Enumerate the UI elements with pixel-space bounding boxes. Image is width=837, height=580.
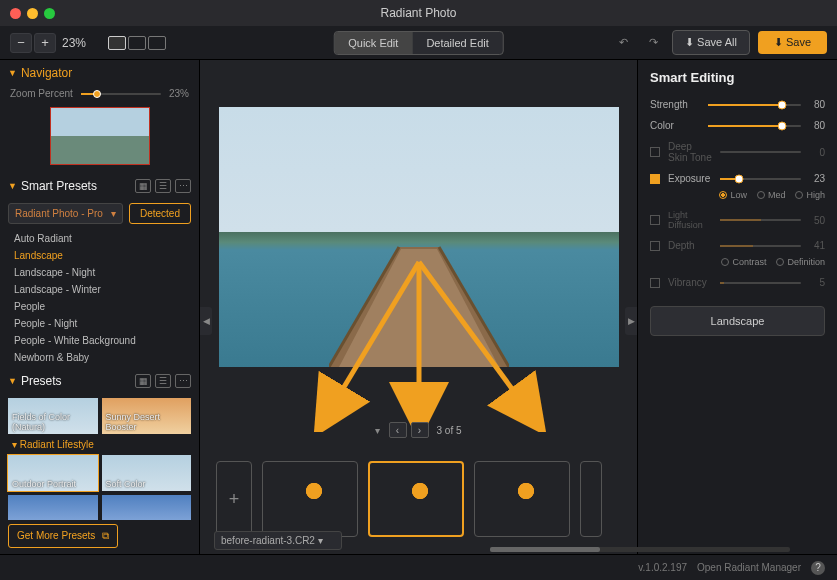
navigator-title: Navigator: [21, 66, 72, 80]
get-more-presets-button[interactable]: Get More Presets⧉: [8, 524, 118, 548]
zoom-out-button[interactable]: −: [10, 33, 32, 53]
exposure-med-radio[interactable]: Med: [757, 190, 786, 200]
color-label: Color: [650, 120, 702, 131]
depth-contrast-radio[interactable]: Contrast: [721, 257, 766, 267]
preset-item[interactable]: Auto Radiant: [0, 230, 199, 247]
window-maximize-icon[interactable]: [44, 8, 55, 19]
chevron-down-icon[interactable]: ▾: [375, 425, 380, 436]
filmstrip-nav: ▾ ‹ › 3 of 5: [375, 422, 461, 438]
left-sidebar: ▼Navigator Zoom Percent 23% ▼Smart Prese…: [0, 60, 200, 554]
tab-quick-edit[interactable]: Quick Edit: [334, 32, 412, 54]
save-all-button[interactable]: ⬇ Save All: [672, 30, 750, 55]
layout-split-icon[interactable]: [128, 36, 146, 50]
undo-button[interactable]: ↶: [612, 32, 634, 54]
navigator-thumbnail[interactable]: [50, 107, 150, 165]
redo-button[interactable]: ↷: [642, 32, 664, 54]
titlebar: Radiant Photo: [0, 0, 837, 26]
strength-label: Strength: [650, 99, 702, 110]
add-image-button[interactable]: +: [216, 461, 252, 537]
filmstrip-position: 3 of 5: [436, 425, 461, 436]
zoom-slider[interactable]: [81, 93, 161, 95]
filmstrip-tile[interactable]: [580, 461, 602, 537]
preset-card[interactable]: Soft Color: [102, 455, 192, 491]
toolbar: − + 23% Quick Edit Detailed Edit ↶ ↷ ⬇ S…: [0, 26, 837, 60]
vibrancy-label: Vibrancy: [668, 277, 714, 288]
preset-card[interactable]: Sunny Desert Booster: [102, 398, 192, 434]
preset-item[interactable]: People: [0, 298, 199, 315]
light-diffusion-checkbox[interactable]: [650, 215, 660, 225]
filmstrip-tile[interactable]: [368, 461, 464, 537]
exposure-high-radio[interactable]: High: [795, 190, 825, 200]
layout-single-icon[interactable]: [108, 36, 126, 50]
filmstrip-scrollbar[interactable]: [490, 547, 790, 552]
exposure-slider[interactable]: [720, 178, 801, 180]
deep-skin-checkbox[interactable]: [650, 147, 660, 157]
pier-graphic: [329, 227, 509, 367]
preset-item[interactable]: Landscape - Night: [0, 264, 199, 281]
list-view-icon[interactable]: ☰: [155, 179, 171, 193]
more-icon[interactable]: ⋯: [175, 179, 191, 193]
prev-image-button[interactable]: ‹: [388, 422, 406, 438]
color-slider[interactable]: [708, 125, 801, 127]
zoom-percent-label: Zoom Percent: [10, 88, 73, 99]
chevron-down-icon[interactable]: ▼: [8, 68, 17, 78]
grid-view-icon[interactable]: ▦: [135, 179, 151, 193]
smart-presets-title: Smart Presets: [21, 179, 97, 193]
preset-item[interactable]: Newborn & Baby: [0, 349, 199, 366]
landscape-button[interactable]: Landscape: [650, 306, 825, 336]
smart-editing-title: Smart Editing: [650, 70, 825, 85]
depth-definition-radio[interactable]: Definition: [776, 257, 825, 267]
preset-item[interactable]: People - White Background: [0, 332, 199, 349]
more-icon[interactable]: ⋯: [175, 374, 191, 388]
save-button[interactable]: ⬇ Save: [758, 31, 827, 54]
chevron-down-icon: ▾: [111, 208, 116, 219]
preset-card[interactable]: [8, 495, 98, 520]
zoom-in-button[interactable]: +: [34, 33, 56, 53]
deep-skin-slider[interactable]: [720, 151, 801, 153]
layout-crop-icon[interactable]: [148, 36, 166, 50]
grid-view-icon[interactable]: ▦: [135, 374, 151, 388]
preset-item[interactable]: People - Night: [0, 315, 199, 332]
chevron-down-icon[interactable]: ▼: [8, 181, 17, 191]
zoom-value: 23%: [62, 36, 86, 50]
preset-dropdown[interactable]: Radiant Photo - Pro▾: [8, 203, 123, 224]
window-minimize-icon[interactable]: [27, 8, 38, 19]
edit-mode-tabs: Quick Edit Detailed Edit: [333, 31, 504, 55]
window-close-icon[interactable]: [10, 8, 21, 19]
preset-card[interactable]: Fields of Color (Natura): [8, 398, 98, 434]
chevron-down-icon[interactable]: ▼: [8, 376, 17, 386]
help-icon[interactable]: ?: [811, 561, 825, 575]
list-view-icon[interactable]: ☰: [155, 374, 171, 388]
depth-slider[interactable]: [720, 245, 801, 247]
preset-item[interactable]: Landscape: [0, 247, 199, 264]
presets-title: Presets: [21, 374, 62, 388]
main-photo[interactable]: [219, 107, 619, 367]
right-sidebar: Smart Editing Strength80 Color80 Deep Sk…: [637, 60, 837, 554]
detected-button[interactable]: Detected: [129, 203, 191, 224]
exposure-checkbox[interactable]: [650, 174, 660, 184]
preset-card[interactable]: Outdoor Portrait: [8, 455, 98, 491]
preset-card[interactable]: [102, 495, 192, 520]
lifestyle-header[interactable]: ▾ Radiant Lifestyle: [8, 438, 191, 451]
preset-item[interactable]: Landscape - Winter: [0, 281, 199, 298]
filmstrip-tile[interactable]: [262, 461, 358, 537]
depth-checkbox[interactable]: [650, 241, 660, 251]
file-dropdown[interactable]: before-radiant-3.CR2 ▾: [214, 531, 342, 550]
deep-skin-label: Deep Skin Tone: [668, 141, 714, 163]
version-label: v.1.0.2.197: [638, 562, 687, 573]
tab-detailed-edit[interactable]: Detailed Edit: [412, 32, 502, 54]
exposure-label: Exposure: [668, 173, 714, 184]
next-image-button[interactable]: ›: [410, 422, 428, 438]
statusbar: v.1.0.2.197 Open Radiant Manager ?: [0, 554, 837, 580]
vibrancy-checkbox[interactable]: [650, 278, 660, 288]
exposure-low-radio[interactable]: Low: [719, 190, 747, 200]
depth-label: Depth: [668, 240, 714, 251]
app-title: Radiant Photo: [380, 6, 456, 20]
external-link-icon: ⧉: [102, 530, 109, 542]
light-diffusion-slider[interactable]: [720, 219, 801, 221]
filmstrip-tile[interactable]: [474, 461, 570, 537]
light-diffusion-label: Light Diffusion: [668, 210, 714, 230]
strength-slider[interactable]: [708, 104, 801, 106]
open-manager-link[interactable]: Open Radiant Manager: [697, 562, 801, 573]
vibrancy-slider[interactable]: [720, 282, 801, 284]
